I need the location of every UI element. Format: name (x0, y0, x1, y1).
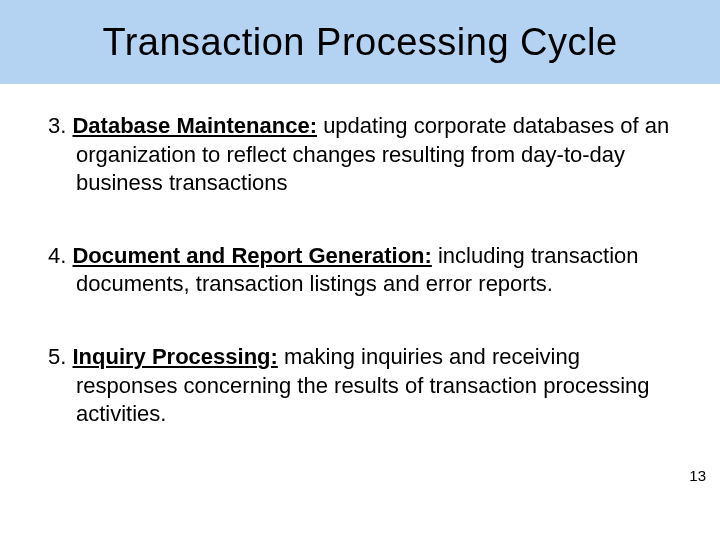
list-item: 3. Database Maintenance: updating corpor… (48, 112, 672, 198)
title-bar: Transaction Processing Cycle (0, 0, 720, 84)
item-heading: Database Maintenance: (72, 113, 317, 138)
item-heading: Document and Report Generation: (72, 243, 431, 268)
item-heading: Inquiry Processing: (72, 344, 277, 369)
page-number: 13 (689, 467, 706, 484)
content-area: 3. Database Maintenance: updating corpor… (0, 84, 720, 429)
item-number: 5. (48, 344, 66, 369)
list-item: 5. Inquiry Processing: making inquiries … (48, 343, 672, 429)
slide-title: Transaction Processing Cycle (102, 21, 617, 64)
item-number: 3. (48, 113, 66, 138)
item-number: 4. (48, 243, 66, 268)
list-item: 4. Document and Report Generation: inclu… (48, 242, 672, 299)
